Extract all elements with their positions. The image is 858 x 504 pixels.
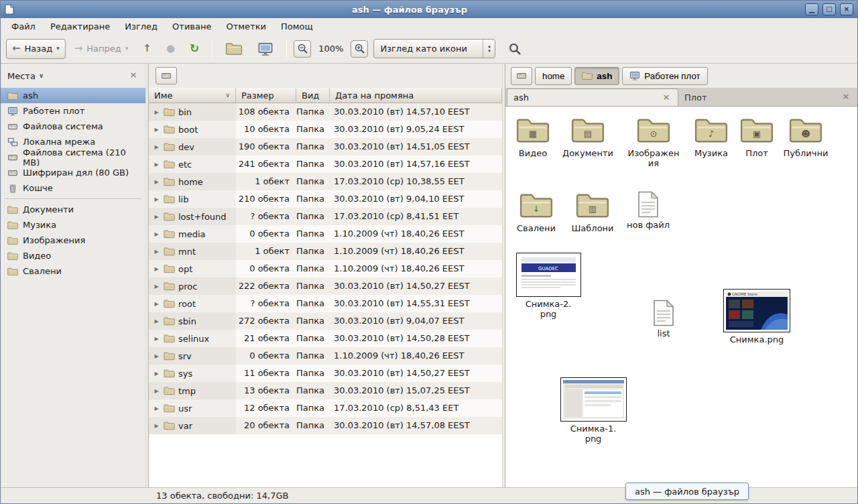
close-button[interactable]: × bbox=[840, 3, 853, 15]
sidebar-item-pictures[interactable]: Изображения bbox=[1, 233, 145, 248]
places-dropdown-icon[interactable]: ∨ bbox=[39, 73, 44, 79]
forward-button[interactable]: → Напред ▾ bbox=[68, 39, 135, 59]
combo-arrows-icon[interactable]: ▴▾ bbox=[483, 40, 495, 58]
icon-item-videos[interactable]: ▦Видео bbox=[505, 116, 560, 158]
file-row-root[interactable]: ▶root? обектаПапка30.03.2010 (вт) 14,55,… bbox=[149, 295, 502, 312]
file-row-home[interactable]: ▶home1 обектПапка17.03.2010 (ср) 10,38,5… bbox=[149, 173, 502, 190]
expander-icon[interactable]: ▶ bbox=[153, 301, 160, 307]
taskbar-window-hint[interactable]: ash — файлов браузър bbox=[625, 483, 749, 500]
search-button[interactable] bbox=[502, 39, 528, 59]
file-row-selinux[interactable]: ▶selinux21 обектаПапка30.03.2010 (вт) 14… bbox=[149, 330, 502, 347]
breadcrumb-home[interactable]: home bbox=[535, 67, 572, 85]
icon-item-snimka-1[interactable]: Снимка-1.png bbox=[558, 377, 628, 444]
file-row-media[interactable]: ▶media0 обектаПапка1.10.2009 (чт) 18,40,… bbox=[149, 225, 502, 243]
menu-go[interactable]: Отиване bbox=[165, 19, 219, 34]
reload-button[interactable]: ↻ bbox=[184, 39, 205, 59]
location-button[interactable] bbox=[156, 67, 177, 84]
expander-icon[interactable]: ▶ bbox=[153, 284, 160, 290]
home-button[interactable] bbox=[219, 39, 249, 59]
expander-icon[interactable]: ▶ bbox=[153, 249, 160, 255]
menu-file[interactable]: Файл bbox=[4, 19, 43, 34]
sidebar-item-filesystem[interactable]: Файлова система bbox=[1, 119, 145, 134]
file-row-proc[interactable]: ▶proc222 обектаПапка30.03.2010 (вт) 14,5… bbox=[149, 277, 502, 295]
icon-item-downloads[interactable]: ↓Свалени bbox=[509, 191, 564, 233]
column-header-name[interactable]: Име∨ bbox=[149, 88, 236, 103]
file-row-lib[interactable]: ▶lib210 обектаПапка30.03.2010 (вт) 9,04,… bbox=[149, 190, 502, 208]
expander-icon[interactable]: ▶ bbox=[153, 423, 160, 429]
icon-item-snimka-2[interactable]: GUADECСнимка-2.png bbox=[513, 253, 583, 320]
column-header-date[interactable]: Дата на промяна bbox=[330, 88, 502, 103]
stop-button[interactable]: ● bbox=[160, 39, 181, 59]
expander-icon[interactable]: ▶ bbox=[153, 353, 160, 359]
sidebar-item-ash[interactable]: ash bbox=[1, 88, 145, 103]
expander-icon[interactable]: ▶ bbox=[153, 405, 160, 412]
icon-item-snimka[interactable]: GNOME StoreСнимка.png bbox=[722, 289, 792, 344]
sidebar-item-encrypted-80gb[interactable]: Шифриран дял (80 GB) bbox=[1, 165, 145, 180]
icon-item-pictures[interactable]: ⊙Изображения bbox=[626, 116, 681, 169]
places-title[interactable]: Места bbox=[7, 71, 36, 81]
menu-view[interactable]: Изглед bbox=[117, 19, 165, 34]
tab-close-icon[interactable]: × bbox=[841, 92, 851, 103]
zoom-in-button[interactable] bbox=[351, 40, 368, 58]
column-header-size[interactable]: Размер bbox=[236, 88, 296, 103]
menu-edit[interactable]: Редактиране bbox=[43, 19, 117, 34]
file-row-var[interactable]: ▶var20 обектаПапка30.03.2010 (вт) 14,57,… bbox=[149, 417, 502, 434]
breadcrumb-desktop[interactable]: Работен плот bbox=[622, 67, 707, 85]
sidebar-item-downloads[interactable]: Свалени bbox=[1, 263, 145, 279]
file-row-sbin[interactable]: ▶sbin272 обектаПапка30.03.2010 (вт) 9,04… bbox=[149, 312, 502, 330]
expander-icon[interactable]: ▶ bbox=[153, 214, 160, 220]
menu-bookmarks[interactable]: Отметки bbox=[219, 19, 273, 34]
expander-icon[interactable]: ▶ bbox=[153, 144, 160, 150]
expander-icon[interactable]: ▶ bbox=[153, 109, 160, 115]
menu-help[interactable]: Помощ bbox=[273, 19, 320, 34]
file-row-sys[interactable]: ▶sys11 обектаПапка30.03.2010 (вт) 14,50,… bbox=[149, 365, 502, 382]
file-row-bin[interactable]: ▶bin108 обектаПапка30.03.2010 (вт) 14,57… bbox=[149, 103, 502, 121]
icon-item-desktop[interactable]: ▣Плот bbox=[729, 116, 784, 158]
path-root-button[interactable] bbox=[511, 67, 532, 85]
icon-item-new-file[interactable]: нов файл bbox=[625, 191, 672, 230]
file-row-etc[interactable]: ▶etc241 обектаПапка30.03.2010 (вт) 14,57… bbox=[149, 155, 502, 173]
sidebar-item-trash[interactable]: Кошче bbox=[1, 180, 145, 196]
tab-plot[interactable]: Плот× bbox=[678, 88, 857, 106]
expander-icon[interactable]: ▶ bbox=[153, 127, 160, 133]
sidebar-item-filesystem-210mb[interactable]: Файлова система (210 MB) bbox=[1, 149, 145, 165]
breadcrumb-ash[interactable]: ash bbox=[574, 67, 619, 85]
back-button[interactable]: ← Назад ▾ bbox=[6, 39, 66, 59]
column-header-type[interactable]: Вид bbox=[296, 88, 330, 103]
tab-ash[interactable]: ash× bbox=[507, 88, 678, 106]
up-button[interactable]: ↑ bbox=[137, 39, 158, 59]
sidebar-item-music[interactable]: Музика bbox=[1, 217, 145, 233]
file-row-lost+found[interactable]: ▶lost+found? обектаПапка17.03.2010 (ср) … bbox=[149, 208, 502, 225]
file-row-dev[interactable]: ▶dev190 обектаПапка30.03.2010 (вт) 14,51… bbox=[149, 138, 502, 155]
sidebar-item-documents[interactable]: Документи bbox=[1, 202, 145, 217]
expander-icon[interactable]: ▶ bbox=[153, 231, 160, 237]
sidebar-item-desktop[interactable]: Работен плот bbox=[1, 103, 145, 119]
tab-close-icon[interactable]: × bbox=[661, 92, 672, 103]
file-row-boot[interactable]: ▶boot10 обектаПапка30.03.2010 (вт) 9,05,… bbox=[149, 121, 502, 138]
places-close-icon[interactable]: × bbox=[128, 70, 139, 81]
zoom-out-button[interactable] bbox=[294, 40, 311, 58]
computer-button[interactable] bbox=[251, 39, 280, 59]
expander-icon[interactable]: ▶ bbox=[153, 388, 160, 394]
file-row-mnt[interactable]: ▶mnt1 обектПапка1.10.2009 (чт) 18,40,26 … bbox=[149, 243, 502, 260]
expander-icon[interactable]: ▶ bbox=[153, 371, 160, 377]
expander-icon[interactable]: ▶ bbox=[153, 196, 160, 202]
minimize-button[interactable]: ▁ bbox=[805, 3, 818, 15]
expander-icon[interactable]: ▶ bbox=[153, 318, 160, 324]
icon-item-templates[interactable]: ▥Шаблони bbox=[565, 191, 620, 233]
icon-view[interactable]: ▦Видео▤Документи⊙Изображения♪Музика▣Плот… bbox=[505, 107, 857, 487]
expander-icon[interactable]: ▶ bbox=[153, 162, 160, 168]
titlebar[interactable]: ash — файлов браузър ▁ □ × bbox=[1, 1, 857, 18]
icon-item-list[interactable]: list bbox=[640, 300, 687, 338]
view-mode-select[interactable]: Изглед като икони ▴▾ bbox=[373, 39, 495, 58]
expander-icon[interactable]: ▶ bbox=[153, 179, 160, 185]
sidebar-item-videos[interactable]: Видео bbox=[1, 248, 145, 263]
maximize-button[interactable]: □ bbox=[822, 3, 836, 15]
icon-item-public[interactable]: ☻Публични bbox=[778, 116, 833, 158]
file-row-srv[interactable]: ▶srv0 обектаПапка1.10.2009 (чт) 18,40,26… bbox=[149, 347, 502, 365]
file-row-opt[interactable]: ▶opt0 обектаПапка1.10.2009 (чт) 18,40,26… bbox=[149, 260, 502, 277]
expander-icon[interactable]: ▶ bbox=[153, 266, 160, 272]
chevron-down-icon[interactable]: ▾ bbox=[56, 46, 60, 52]
file-row-tmp[interactable]: ▶tmp13 обектаПапка30.03.2010 (вт) 15,07,… bbox=[149, 382, 502, 399]
icon-item-documents[interactable]: ▤Документи bbox=[560, 116, 615, 158]
